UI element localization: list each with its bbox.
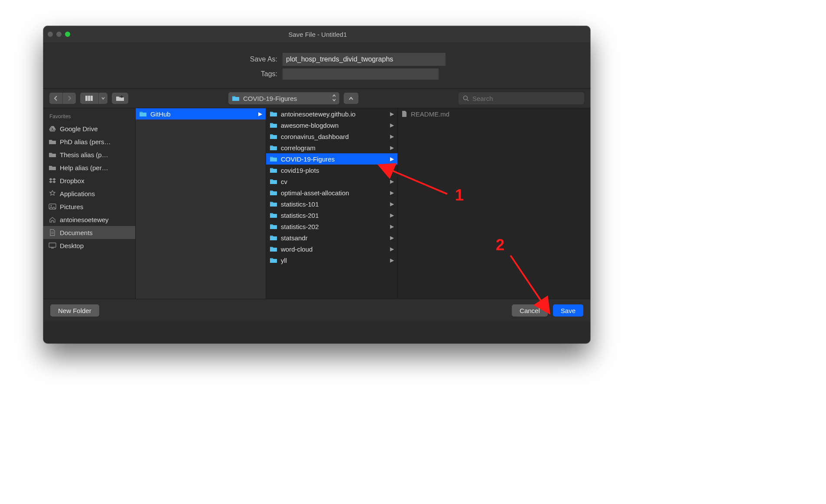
close-window-button[interactable] — [48, 32, 53, 37]
list-item[interactable]: statistics-101▶ — [266, 198, 397, 210]
svg-point-5 — [464, 96, 468, 100]
list-item[interactable]: coronavirus_dashboard▶ — [266, 131, 397, 142]
disclosure-arrow-icon: ▶ — [390, 133, 394, 139]
item-label: word-cloud — [281, 246, 312, 253]
disclosure-arrow-icon: ▶ — [390, 111, 394, 117]
list-item[interactable]: statistics-202▶ — [266, 221, 397, 232]
list-item[interactable]: optimal-asset-allocation▶ — [266, 187, 397, 198]
sidebar: Favorites Google DrivePhD alias (pers…Th… — [43, 108, 136, 299]
nav-back-forward — [49, 93, 76, 104]
item-label: correlogram — [281, 144, 315, 152]
sidebar-item-phd-alias-pers-[interactable]: PhD alias (pers… — [43, 135, 135, 148]
search-input[interactable] — [472, 94, 580, 103]
desktop-icon — [49, 242, 56, 249]
item-label: awesome-blogdown — [281, 122, 338, 129]
sidebar-item-label: Thesis alias (p… — [60, 151, 108, 158]
folder-icon — [270, 223, 277, 229]
documents-icon — [49, 229, 56, 236]
search-field[interactable] — [459, 92, 584, 104]
up-folder-button[interactable] — [344, 93, 358, 104]
folder-icon — [270, 145, 277, 151]
list-item[interactable]: word-cloud▶ — [266, 243, 397, 255]
folder-gray-icon — [49, 139, 56, 145]
item-label: covid19-plots — [281, 167, 319, 174]
list-item[interactable]: statsandr▶ — [266, 232, 397, 243]
item-label: statistics-101 — [281, 200, 319, 208]
save-button[interactable]: Save — [553, 304, 583, 317]
folder-icon — [270, 122, 277, 128]
sidebar-item-documents[interactable]: Documents — [43, 226, 135, 239]
zoom-window-button[interactable] — [65, 32, 70, 37]
sidebar-header: Favorites — [43, 111, 135, 122]
sidebar-item-label: Help alias (per… — [60, 164, 108, 171]
item-label: statistics-202 — [281, 223, 319, 230]
sidebar-item-label: Applications — [60, 190, 95, 197]
list-item[interactable]: awesome-blogdown▶ — [266, 120, 397, 131]
folder-icon — [270, 133, 277, 139]
new-folder-toolbar-button[interactable] — [112, 93, 128, 104]
list-item[interactable]: antoinesoetewey.github.io▶ — [266, 108, 397, 120]
list-item[interactable]: statistics-201▶ — [266, 210, 397, 221]
sidebar-item-help-alias-per-[interactable]: Help alias (per… — [43, 161, 135, 174]
columns-icon — [85, 96, 93, 101]
sidebar-list: Google DrivePhD alias (pers…Thesis alias… — [43, 122, 135, 252]
tags-input[interactable] — [283, 68, 439, 80]
folder-icon — [270, 156, 277, 162]
disclosure-arrow-icon: ▶ — [390, 122, 394, 128]
forward-button[interactable] — [62, 93, 76, 104]
titlebar: Save File - Untitled1 — [43, 26, 590, 42]
traffic-lights — [48, 32, 70, 37]
list-item[interactable]: yll▶ — [266, 255, 397, 266]
svg-rect-11 — [49, 243, 56, 247]
svg-rect-2 — [91, 96, 93, 101]
folder-gray-icon — [49, 165, 56, 171]
folder-icon — [270, 190, 277, 196]
list-item[interactable]: covid19-plots▶ — [266, 165, 397, 176]
sidebar-item-label: Dropbox — [60, 177, 85, 184]
item-label: README.md — [411, 110, 449, 118]
disclosure-arrow-icon: ▶ — [390, 167, 394, 173]
new-folder-button[interactable]: New Folder — [50, 304, 99, 317]
sidebar-item-desktop[interactable]: Desktop — [43, 239, 135, 252]
folder-icon — [270, 257, 277, 263]
list-item[interactable]: GitHub▶ — [136, 108, 266, 120]
svg-line-6 — [467, 100, 468, 101]
svg-rect-1 — [88, 96, 90, 101]
column-2: README.md — [398, 108, 590, 299]
disclosure-arrow-icon: ▶ — [390, 223, 394, 229]
disclosure-arrow-icon: ▶ — [390, 145, 394, 151]
minimize-window-button[interactable] — [56, 32, 62, 37]
toolbar: COVID-19-Figures — [43, 88, 590, 108]
window-title: Save File - Untitled1 — [70, 31, 565, 38]
item-label: cv — [281, 178, 287, 185]
list-item[interactable]: correlogram▶ — [266, 142, 397, 153]
disclosure-arrow-icon: ▶ — [390, 190, 394, 196]
view-menu-button[interactable] — [98, 93, 107, 104]
list-item[interactable]: cv▶ — [266, 176, 397, 187]
tags-label: Tags: — [43, 70, 283, 78]
sidebar-item-antoinesoetewey[interactable]: antoinesoetewey — [43, 213, 135, 226]
sidebar-item-thesis-alias-p-[interactable]: Thesis alias (p… — [43, 148, 135, 161]
folder-icon — [232, 95, 240, 101]
sidebar-item-pictures[interactable]: Pictures — [43, 200, 135, 213]
disclosure-arrow-icon: ▶ — [390, 178, 394, 184]
chevron-right-icon — [67, 96, 72, 101]
save-form: Save As: Tags: — [43, 42, 590, 88]
cancel-button[interactable]: Cancel — [512, 304, 548, 317]
sidebar-item-label: Pictures — [60, 203, 83, 210]
folder-icon — [270, 178, 277, 184]
sidebar-item-label: Google Drive — [60, 125, 98, 132]
save-as-label: Save As: — [43, 55, 283, 63]
disclosure-arrow-icon: ▶ — [390, 201, 394, 207]
view-columns-button[interactable] — [80, 93, 98, 104]
sidebar-item-dropbox[interactable]: Dropbox — [43, 174, 135, 187]
location-popup[interactable]: COVID-19-Figures — [228, 92, 339, 104]
save-as-input[interactable] — [283, 53, 446, 66]
back-button[interactable] — [49, 93, 62, 104]
sidebar-item-applications[interactable]: Applications — [43, 187, 135, 200]
list-item[interactable]: README.md — [398, 108, 590, 120]
list-item[interactable]: COVID-19-Figures▶ — [266, 153, 397, 165]
folder-plus-icon — [116, 95, 124, 101]
chevron-up-icon — [349, 97, 353, 100]
sidebar-item-google-drive[interactable]: Google Drive — [43, 122, 135, 135]
